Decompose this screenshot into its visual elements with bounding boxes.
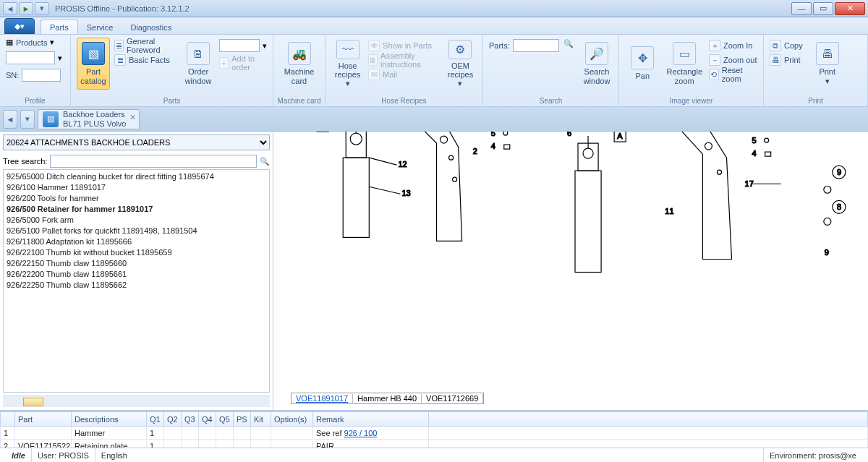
document-tabbar: ◄ ▾ ▧ Backhoe Loaders BL71 PLUS Volvo ✕ <box>0 107 868 132</box>
status-env: Environment: prosis@xe <box>763 448 862 462</box>
svg-point-6 <box>350 133 362 145</box>
mail-button[interactable]: ✉Mail <box>368 68 440 81</box>
svg-text:5: 5 <box>491 132 495 137</box>
assembly-instructions[interactable]: 🗎Assembly instructions <box>368 54 440 67</box>
document-tab[interactable]: ▧ Backhoe Loaders BL71 PLUS Volvo ✕ <box>38 109 140 129</box>
nav-dropdown[interactable]: ▾ <box>35 2 49 15</box>
maximize-button[interactable]: ▭ <box>813 2 833 15</box>
svg-point-9 <box>449 155 454 160</box>
binoculars-icon[interactable]: 🔍 <box>260 157 270 166</box>
search-input[interactable] <box>513 39 559 52</box>
doc-prev-button[interactable]: ◄ <box>3 110 17 129</box>
section-select[interactable]: 20624 ATTACHMENTS BACKHOE LOADERS <box>3 134 270 150</box>
col-header[interactable]: Descriptions <box>72 412 147 427</box>
svg-text:5: 5 <box>752 136 757 145</box>
products-select[interactable] <box>6 51 55 64</box>
group-print-label: Print <box>764 97 867 105</box>
doc-list-button[interactable]: ▾ <box>20 110 35 129</box>
nav-back-button[interactable]: ◄ <box>3 2 17 15</box>
zoom-in[interactable]: ＋Zoom In <box>709 39 757 52</box>
col-header[interactable]: Part <box>15 412 72 427</box>
col-header[interactable]: Remark <box>313 412 429 427</box>
svg-rect-22 <box>575 171 601 272</box>
svg-rect-20 <box>504 145 510 149</box>
close-button[interactable]: ✕ <box>835 2 865 15</box>
info-name: Hammer HB 440 <box>353 394 422 403</box>
part-catalog-button[interactable]: ▧ Part catalog <box>77 38 110 90</box>
tree-item[interactable]: 926/22100 Thumb kit without bucket 11895… <box>7 247 266 258</box>
table-row[interactable]: 1Hammer1See ref 926 / 100 <box>1 427 868 440</box>
nav-fwd-button[interactable]: ► <box>19 2 33 15</box>
doc-tab-line1: Backhoe Loaders <box>63 110 126 119</box>
tree-hscroll[interactable] <box>3 395 270 407</box>
products-dropdown[interactable]: ▾ <box>50 38 54 47</box>
doc-icon: 🗎 <box>368 54 378 66</box>
tree-item[interactable]: 926/200 Tools for hammer <box>7 193 266 204</box>
tree-item[interactable]: 926/11800 Adaptation kit 11895666 <box>7 236 266 247</box>
zoom-out[interactable]: －Zoom out <box>709 54 757 67</box>
plus-icon: ＋ <box>219 57 229 69</box>
col-header[interactable]: Q3 <box>182 412 199 427</box>
tree-search-input[interactable] <box>50 155 257 168</box>
print-row[interactable]: 🖶Print <box>770 54 803 67</box>
tab-parts[interactable]: Parts <box>41 20 78 34</box>
tree-item[interactable]: 926/100 Hammer 11891017 <box>7 182 266 193</box>
tree-item[interactable]: 926/22200 Thumb claw 11895661 <box>7 269 266 280</box>
col-header[interactable]: Kit <box>251 412 271 427</box>
tree-item[interactable]: 926/22250 Thumb claw 11895662 <box>7 280 266 291</box>
technical-drawing: A A 12 13 6 2 5 4 11 <box>273 132 868 296</box>
printer-icon: 🖶 <box>770 54 781 66</box>
reset-icon: ⟲ <box>709 69 719 80</box>
drawing-info-strip: VOE11891017 Hammer HB 440 VOE11712669 <box>291 393 484 404</box>
sn-input[interactable] <box>22 69 61 82</box>
drawing-pane[interactable]: A A 12 13 6 2 5 4 11 <box>273 132 868 410</box>
mail-icon: ✉ <box>368 69 380 80</box>
tree-item[interactable]: 926/22150 Thumb claw 11895660 <box>7 258 266 269</box>
col-header[interactable]: Q4 <box>199 412 216 427</box>
pan-button[interactable]: ✥Pan <box>625 38 660 90</box>
general-foreword[interactable]: ≣General Foreword <box>114 39 177 52</box>
search-field-label: Parts: <box>489 41 510 50</box>
window-title: PROSIS Offline - Publication: 3.12.1.2 <box>55 4 190 13</box>
binoculars-icon[interactable]: 🔍 <box>563 39 576 56</box>
oem-icon: ⚙ <box>448 40 472 59</box>
order-window-button[interactable]: 🗎 Order window <box>182 38 215 90</box>
col-header[interactable]: Q2 <box>164 412 182 427</box>
reset-zoom[interactable]: ⟲Reset zoom <box>709 68 757 81</box>
tab-diagnostics[interactable]: Diagnostics <box>122 20 180 34</box>
col-header[interactable]: Q1 <box>147 412 164 427</box>
rect-zoom-button[interactable]: ▭Rectangle zoom <box>665 38 705 90</box>
copy-button[interactable]: ⧉Copy <box>770 39 803 52</box>
tree-item[interactable]: 926/5000 Fork arm <box>7 215 266 226</box>
app-orb[interactable]: ◆▾ <box>4 18 35 34</box>
col-header[interactable]: Option(s) <box>271 412 313 427</box>
close-icon[interactable]: ✕ <box>129 113 136 122</box>
col-header[interactable]: Q5 <box>216 412 234 427</box>
machine-card-button[interactable]: 🚜 Machine card <box>279 38 319 90</box>
col-header[interactable] <box>1 412 15 427</box>
svg-point-18 <box>503 132 508 135</box>
oem-recipes-button[interactable]: ⚙ OEM recipes▾ <box>444 38 477 90</box>
tab-service[interactable]: Service <box>78 20 122 34</box>
add-to-order[interactable]: ＋Add to order <box>219 56 267 69</box>
svg-point-10 <box>453 177 457 181</box>
svg-line-11 <box>369 158 396 165</box>
tree-item[interactable]: 926/500 Retainer for hammer 11891017 <box>7 204 266 215</box>
print-button[interactable]: 🖶Print▾ <box>807 38 848 90</box>
tree[interactable]: 925/65000 Ditch cleaning bucket for dire… <box>3 169 270 393</box>
search-window-button[interactable]: 🔎 Search window <box>581 38 613 90</box>
basic-facts[interactable]: ≣Basic Facts <box>114 54 177 67</box>
tree-item[interactable]: 925/65000 Ditch cleaning bucket for dire… <box>7 171 266 182</box>
add-qty-select[interactable] <box>219 39 260 52</box>
col-header[interactable]: PS <box>234 412 251 427</box>
pan-icon: ✥ <box>631 46 654 69</box>
tree-item[interactable]: 926/5100 Pallet forks for quickfit 11891… <box>7 226 266 236</box>
svg-text:8: 8 <box>837 202 841 211</box>
remark-link[interactable]: 926 / 100 <box>344 429 378 437</box>
svg-text:11: 11 <box>665 207 673 215</box>
svg-point-40 <box>824 218 831 225</box>
info-voe-link[interactable]: VOE11891017 <box>292 394 353 403</box>
show-in-parts[interactable]: 👁Show in Parts <box>368 39 440 52</box>
hose-recipes-button[interactable]: 〰 Hose recipes▾ <box>331 38 364 90</box>
minimize-button[interactable]: — <box>791 2 812 15</box>
